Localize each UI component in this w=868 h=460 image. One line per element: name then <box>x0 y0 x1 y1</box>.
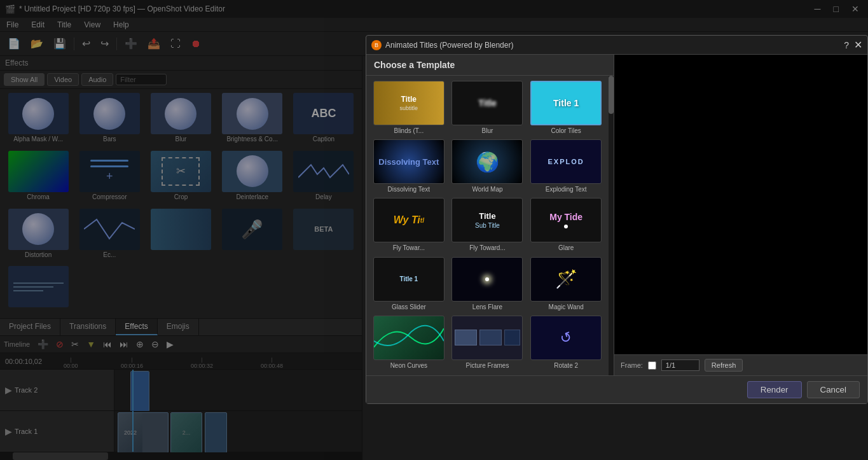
modal-body: Choose a Template Title subtitle Blinds … <box>366 55 867 375</box>
frame-input[interactable] <box>661 359 699 371</box>
template-magic[interactable]: 🪄 Magic Wand <box>528 257 603 312</box>
template-world-map[interactable]: 🌍 World Map <box>450 139 525 194</box>
template-neon[interactable]: Neon Curves <box>371 316 446 370</box>
template-glare[interactable]: My Tide Glare <box>528 198 603 253</box>
frame-checkbox[interactable] <box>648 361 656 370</box>
template-lens-label: Lens Flare <box>472 303 502 310</box>
template-blinds-label: Blinds (T... <box>394 127 424 134</box>
template-neon-label: Neon Curves <box>390 362 427 369</box>
template-rotate[interactable]: ↺ Rotate 2 <box>528 316 603 370</box>
modal-footer: Render Cancel <box>366 375 867 403</box>
template-exploding[interactable]: EXPLOD Exploding Text <box>528 139 603 194</box>
modal-close-button[interactable]: ✕ <box>854 39 862 51</box>
template-grid: Title subtitle Blinds (T... Title <box>366 76 609 375</box>
template-fly-toward2-label: Fly Toward... <box>469 244 506 251</box>
modal-controls: ? ✕ <box>844 39 862 51</box>
template-fly-toward1-label: Fly Towar... <box>393 244 425 251</box>
modal-title-text: Animated Titles (Powered by Blender) <box>385 41 513 50</box>
preview-controls: Frame: Refresh <box>614 354 867 375</box>
template-lens[interactable]: Lens Flare <box>450 257 525 312</box>
preview-video <box>614 55 867 354</box>
template-picture-label: Picture Frames <box>466 362 509 369</box>
template-magic-label: Magic Wand <box>549 303 584 310</box>
template-fly-toward1[interactable]: Wy Titl Fly Towar... <box>371 198 446 253</box>
animated-titles-modal: B Animated Titles (Powered by Blender) ?… <box>366 35 868 404</box>
render-button[interactable]: Render <box>747 381 802 398</box>
template-exploding-label: Exploding Text <box>546 186 587 193</box>
template-blur[interactable]: Title Blur <box>450 81 525 136</box>
modal-titlebar: B Animated Titles (Powered by Blender) ?… <box>366 36 867 55</box>
template-world-map-label: World Map <box>472 186 502 193</box>
template-rotate-label: Rotate 2 <box>554 362 578 369</box>
template-scrollbar[interactable] <box>609 76 614 375</box>
template-color-tiles[interactable]: Title 1 Color Tiles <box>528 81 603 136</box>
template-blur-label: Blur <box>482 127 493 134</box>
modal-help-button[interactable]: ? <box>844 39 849 51</box>
template-picture[interactable]: Picture Frames <box>450 316 525 370</box>
preview-panel: Frame: Refresh <box>614 55 867 375</box>
template-panel: Choose a Template Title subtitle Blinds … <box>366 55 614 375</box>
template-panel-content: Title subtitle Blinds (T... Title <box>366 76 614 375</box>
template-blinds[interactable]: Title subtitle Blinds (T... <box>371 81 446 136</box>
template-glass-label: Glass Slider <box>392 303 426 310</box>
blender-icon: B <box>371 40 382 50</box>
modal-title-area: B Animated Titles (Powered by Blender) <box>371 40 513 50</box>
cancel-button[interactable]: Cancel <box>807 381 860 398</box>
template-glare-label: Glare <box>558 244 574 251</box>
template-fly-toward2[interactable]: Title Sub Title Fly Toward... <box>450 198 525 253</box>
template-dissolving[interactable]: Dissolving Text Dissolving Text <box>371 139 446 194</box>
scrollbar-thumb[interactable] <box>609 76 614 114</box>
template-glass[interactable]: Title 1 Glass Slider <box>371 257 446 312</box>
template-panel-title: Choose a Template <box>366 55 614 76</box>
template-color-tiles-label: Color Tiles <box>551 127 581 134</box>
template-dissolving-label: Dissolving Text <box>388 186 431 193</box>
frame-label: Frame: <box>621 361 643 369</box>
refresh-button[interactable]: Refresh <box>705 359 743 372</box>
